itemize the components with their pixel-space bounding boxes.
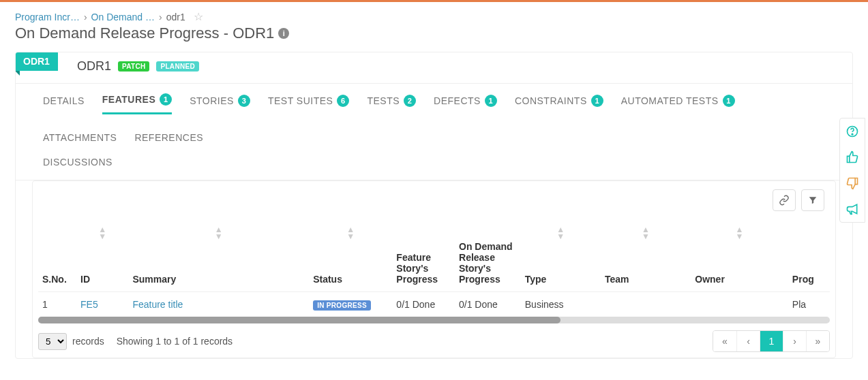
- chevron-right-icon: ›: [159, 12, 162, 22]
- sort-icon: ▲▼: [736, 226, 744, 240]
- tab-automated-tests[interactable]: AUTOMATED TESTS1: [621, 93, 735, 114]
- cell-id-link[interactable]: FE5: [80, 299, 98, 310]
- page-first-button[interactable]: «: [713, 331, 736, 351]
- scrollbar-thumb[interactable]: [38, 317, 560, 323]
- sort-icon: ▲▼: [98, 226, 106, 240]
- tab-tests[interactable]: TESTS2: [367, 93, 416, 114]
- release-chip: ODR1: [15, 52, 58, 71]
- tab-count: 1: [723, 95, 735, 107]
- filter-icon: [808, 195, 818, 205]
- tab-count: 3: [238, 95, 250, 107]
- features-table-panel: S.No. ▲▼ID ▲▼Summary ▲▼Status Feature St…: [32, 180, 836, 358]
- table-footer: 5 records Showing 1 to 1 of 1 records « …: [33, 323, 835, 352]
- tab-features[interactable]: FEATURES1: [102, 93, 172, 114]
- table-toolbar: [33, 181, 835, 215]
- col-type[interactable]: ▲▼Type: [521, 221, 601, 292]
- tab-constraints[interactable]: CONSTRAINTS1: [515, 93, 603, 114]
- pagination: « ‹ 1 › »: [713, 330, 830, 352]
- col-owner[interactable]: ▲▼Owner: [691, 221, 788, 292]
- link-icon-button[interactable]: [773, 189, 796, 211]
- features-table: S.No. ▲▼ID ▲▼Summary ▲▼Status Feature St…: [38, 221, 830, 317]
- filter-icon-button[interactable]: [801, 189, 824, 211]
- sort-icon: ▲▼: [215, 226, 223, 240]
- breadcrumb-link-program-increment[interactable]: Program Incr…: [15, 12, 80, 22]
- sort-icon: ▲▼: [346, 226, 355, 240]
- cell-summary-link[interactable]: Feature title: [132, 299, 183, 310]
- release-name: ODR1: [77, 59, 111, 74]
- tab-references[interactable]: REFERENCES: [134, 132, 203, 150]
- megaphone-icon[interactable]: [841, 197, 863, 221]
- col-summary[interactable]: ▲▼Summary: [128, 221, 309, 292]
- col-prog[interactable]: Prog: [788, 221, 830, 292]
- table-row[interactable]: 1 FE5 Feature title IN PROGRESS 0/1 Done…: [38, 292, 830, 317]
- page-last-button[interactable]: »: [806, 331, 829, 351]
- tab-count: 2: [404, 95, 416, 107]
- cell-sno: 1: [38, 292, 76, 317]
- horizontal-scrollbar[interactable]: [38, 317, 830, 323]
- tab-count: 6: [337, 95, 349, 107]
- release-panel: ODR1 ODR1 PATCH PLANNED DETAILS FEATURES…: [15, 52, 853, 359]
- tab-attachments[interactable]: ATTACHMENTS: [43, 132, 117, 150]
- col-odr-progress[interactable]: On Demand Release Story's Progress: [455, 221, 521, 292]
- cell-team: [601, 292, 691, 317]
- page-prev-button[interactable]: ‹: [736, 331, 760, 351]
- cell-owner: [691, 292, 788, 317]
- star-icon[interactable]: ☆: [194, 10, 203, 23]
- records-label: records: [72, 336, 104, 347]
- panel-header: ODR1 PATCH PLANNED: [16, 52, 852, 84]
- col-status[interactable]: ▲▼Status: [309, 221, 392, 292]
- tab-bar: DETAILS FEATURES1 STORIES3 TEST SUITES6 …: [16, 84, 852, 150]
- info-icon[interactable]: i: [278, 28, 289, 39]
- tab-details[interactable]: DETAILS: [43, 93, 85, 114]
- cell-prog: Pla: [788, 292, 830, 317]
- sort-icon: ▲▼: [556, 226, 565, 240]
- breadcrumb-current: odr1: [166, 12, 185, 22]
- cell-feature-progress: 0/1 Done: [392, 292, 455, 317]
- showing-text: Showing 1 to 1 of 1 records: [117, 336, 233, 347]
- page-number-button[interactable]: 1: [760, 331, 783, 351]
- tab-count: 1: [485, 95, 497, 107]
- page-next-button[interactable]: ›: [783, 331, 806, 351]
- tab-count: 1: [160, 93, 172, 106]
- thumbs-down-icon[interactable]: [841, 172, 863, 195]
- col-sno[interactable]: S.No.: [38, 221, 76, 292]
- tab-discussions[interactable]: DISCUSSIONS: [43, 157, 113, 170]
- right-rail: [839, 118, 865, 223]
- thumbs-up-icon[interactable]: [841, 146, 863, 169]
- col-feature-progress[interactable]: Feature Story's Progress: [392, 221, 455, 292]
- records-select[interactable]: 5: [38, 333, 67, 350]
- table-header-row: S.No. ▲▼ID ▲▼Summary ▲▼Status Feature St…: [38, 221, 830, 292]
- tab-bar-row2: DISCUSSIONS: [16, 150, 852, 180]
- tab-test-suites[interactable]: TEST SUITES6: [268, 93, 349, 114]
- col-team[interactable]: ▲▼Team: [601, 221, 691, 292]
- col-id[interactable]: ▲▼ID: [76, 221, 128, 292]
- patch-badge: PATCH: [118, 61, 149, 72]
- status-badge: PLANNED: [156, 61, 198, 72]
- page-title: On Demand Release Progress - ODR1 i: [15, 25, 853, 42]
- chevron-right-icon: ›: [84, 12, 87, 22]
- tab-defects[interactable]: DEFECTS1: [434, 93, 497, 114]
- cell-odr-progress: 0/1 Done: [455, 292, 521, 317]
- help-icon[interactable]: [841, 120, 863, 143]
- svg-point-1: [852, 133, 853, 135]
- sort-icon: ▲▼: [642, 226, 650, 240]
- tab-stories[interactable]: STORIES3: [190, 93, 250, 114]
- breadcrumb-link-on-demand[interactable]: On Demand …: [91, 12, 155, 22]
- cell-status-badge: IN PROGRESS: [313, 300, 371, 311]
- breadcrumb: Program Incr… › On Demand … › odr1 ☆: [15, 10, 853, 23]
- tab-count: 1: [591, 95, 603, 107]
- cell-type: Business: [521, 292, 601, 317]
- link-icon: [779, 195, 790, 206]
